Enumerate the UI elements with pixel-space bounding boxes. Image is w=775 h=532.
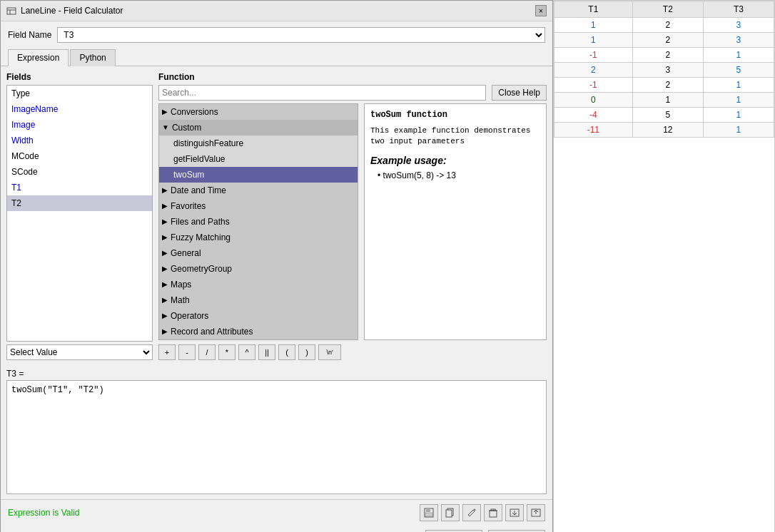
- arrow-general: ▶: [162, 247, 168, 260]
- op-power[interactable]: ^: [238, 344, 255, 360]
- cell-t3: 1: [703, 48, 774, 63]
- tree-item-operators[interactable]: ▶ Operators: [159, 308, 358, 324]
- cell-t1: -4: [554, 108, 633, 123]
- tree-label-twosum: twoSum: [173, 168, 204, 181]
- tree-label-distinguishfeature: distinguishFeature: [173, 137, 243, 150]
- function-panel: Function Close Help ▶ Conversions ▼ Cust…: [158, 72, 547, 360]
- import-icon-button[interactable]: [505, 504, 524, 521]
- col-header-t2: T2: [632, 1, 703, 18]
- op-newline[interactable]: \n': [318, 344, 341, 360]
- tree-item-filespaths[interactable]: ▶ Files and Paths: [159, 214, 358, 230]
- field-item-type[interactable]: Type: [7, 86, 152, 101]
- tab-expression[interactable]: Expression: [8, 49, 69, 66]
- copy-icon-button[interactable]: [441, 504, 460, 521]
- function-search-input[interactable]: [158, 85, 486, 101]
- cell-t1: 1: [554, 33, 633, 48]
- content-area: Fields Type ImageName Image Width MCode …: [1, 66, 552, 366]
- tree-item-conversions[interactable]: ▶ Conversions: [159, 104, 358, 120]
- field-item-image[interactable]: Image: [7, 117, 152, 133]
- tree-item-recordattributes[interactable]: ▶ Record and Attributes: [159, 324, 358, 339]
- help-title: twoSum function: [370, 110, 540, 120]
- field-item-t1[interactable]: T1: [7, 180, 152, 195]
- cell-t3: 1: [703, 78, 774, 93]
- op-open-paren[interactable]: (: [278, 344, 295, 360]
- tree-item-math[interactable]: ▶ Math: [159, 292, 358, 308]
- expression-area: T3 = twoSum("T1", "T2"): [1, 366, 552, 499]
- bullet: •: [378, 170, 383, 180]
- tree-item-geometrygroup[interactable]: ▶ GeometryGroup: [159, 261, 358, 277]
- cell-t2: 5: [632, 108, 703, 123]
- operators-row: + - / * ^ || ( ) \n': [158, 344, 547, 360]
- field-name-row: Field Name T3: [1, 21, 552, 48]
- arrow-math: ▶: [162, 294, 168, 307]
- delete-icon-button[interactable]: [484, 504, 502, 521]
- app-icon: [6, 6, 16, 16]
- svg-rect-8: [490, 511, 497, 517]
- op-divide[interactable]: /: [198, 344, 216, 360]
- svg-rect-5: [425, 513, 432, 516]
- fields-list: Type ImageName Image Width MCode SCode T…: [6, 85, 153, 342]
- cell-t2: 1: [632, 93, 703, 108]
- edit-icon-button[interactable]: [462, 504, 481, 521]
- cell-t1: 0: [554, 93, 633, 108]
- cell-t1: 2: [554, 63, 633, 78]
- tree-item-fuzzymatching[interactable]: ▶ Fuzzy Matching: [159, 230, 358, 245]
- tree-item-datetime[interactable]: ▶ Date and Time: [159, 183, 358, 198]
- tree-item-twosum[interactable]: twoSum: [159, 167, 358, 183]
- arrow-filespaths: ▶: [162, 215, 168, 228]
- field-name-label: Field Name: [8, 30, 51, 40]
- tree-label-geometrygroup: GeometryGroup: [171, 262, 232, 275]
- field-calculator-dialog: LaneLine - Field Calculator × Field Name…: [0, 0, 553, 532]
- expression-input[interactable]: twoSum("T1", "T2"): [6, 380, 547, 494]
- tab-python[interactable]: Python: [70, 49, 115, 66]
- help-example-value: twoSum(5, 8) -> 13: [383, 170, 456, 180]
- svg-rect-10: [491, 509, 495, 511]
- arrow-favorites: ▶: [162, 200, 168, 213]
- table-row: 235: [554, 63, 774, 78]
- arrow-datetime: ▶: [162, 184, 168, 197]
- cell-t2: 2: [632, 18, 703, 33]
- tree-label-getfieldvalue: getFieldValue: [173, 153, 226, 165]
- field-name-select[interactable]: T3: [57, 27, 545, 43]
- field-item-width[interactable]: Width: [7, 133, 152, 148]
- field-item-mcode[interactable]: MCode: [7, 148, 152, 164]
- save-icon-button[interactable]: [420, 504, 438, 521]
- tree-item-custom[interactable]: ▼ Custom: [159, 120, 358, 135]
- tree-item-distinguishfeature[interactable]: distinguishFeature: [159, 135, 358, 151]
- op-concat[interactable]: ||: [258, 344, 275, 360]
- fields-panel: Fields Type ImageName Image Width MCode …: [6, 72, 153, 360]
- title-bar-left: LaneLine - Field Calculator: [6, 6, 123, 16]
- field-item-imagename[interactable]: ImageName: [7, 101, 152, 117]
- cell-t2: 2: [632, 33, 703, 48]
- svg-rect-0: [7, 8, 16, 14]
- cell-t2: 3: [632, 63, 703, 78]
- select-value-dropdown[interactable]: Select Value: [6, 344, 153, 360]
- cell-t1: 1: [554, 18, 633, 33]
- table-row: 123: [554, 33, 774, 48]
- cell-t3: 1: [703, 123, 774, 138]
- field-item-scode[interactable]: SCode: [7, 164, 152, 180]
- field-item-t2[interactable]: T2: [7, 195, 152, 211]
- tree-item-general[interactable]: ▶ General: [159, 245, 358, 261]
- op-plus[interactable]: +: [158, 344, 176, 360]
- arrow-geometrygroup: ▶: [162, 262, 168, 275]
- cell-t3: 5: [703, 63, 774, 78]
- delete-icon: [488, 508, 498, 518]
- tree-item-maps[interactable]: ▶ Maps: [159, 277, 358, 292]
- close-window-button[interactable]: ×: [535, 5, 547, 16]
- export-icon-button[interactable]: [527, 504, 545, 521]
- tree-item-favorites[interactable]: ▶ Favorites: [159, 198, 358, 214]
- tree-label-math: Math: [171, 294, 190, 307]
- export-icon: [531, 508, 541, 518]
- function-content: ▶ Conversions ▼ Custom distinguishFeatur…: [158, 103, 547, 340]
- tree-label-conversions: Conversions: [171, 106, 218, 118]
- tree-item-getfieldvalue[interactable]: getFieldValue: [159, 151, 358, 167]
- op-close-paren[interactable]: ): [298, 344, 315, 360]
- cell-t2: 2: [632, 48, 703, 63]
- help-panel: twoSum function This example function de…: [364, 103, 547, 340]
- op-minus[interactable]: -: [178, 344, 196, 360]
- table-row: -121: [554, 48, 774, 63]
- close-help-button[interactable]: Close Help: [492, 85, 547, 101]
- op-multiply[interactable]: *: [218, 344, 235, 360]
- function-header: Function: [158, 72, 547, 82]
